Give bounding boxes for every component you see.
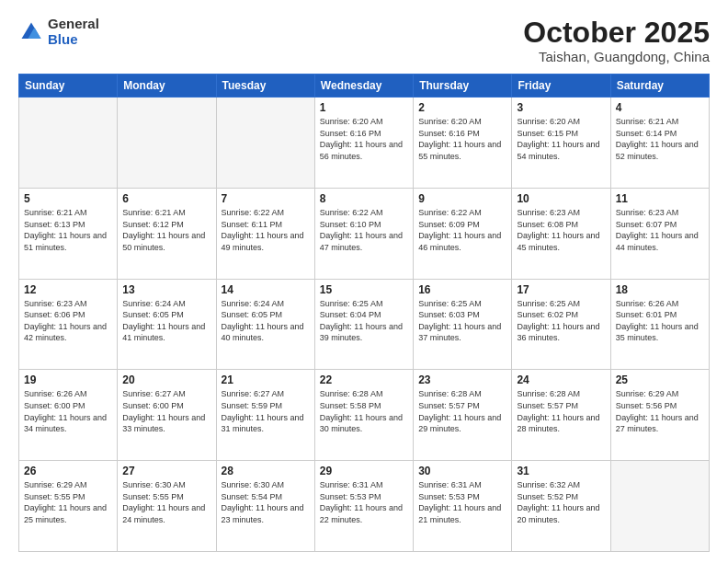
day-info: Sunrise: 6:20 AMSunset: 6:15 PMDaylight:…: [517, 116, 605, 162]
day-info: Sunrise: 6:28 AMSunset: 5:57 PMDaylight:…: [418, 388, 506, 434]
title-block: October 2025 Taishan, Guangdong, China: [523, 17, 710, 64]
day-info: Sunrise: 6:31 AMSunset: 5:53 PMDaylight:…: [418, 479, 506, 525]
day-info: Sunrise: 6:23 AMSunset: 6:06 PMDaylight:…: [24, 298, 112, 344]
day-number: 27: [122, 465, 210, 477]
calendar-cell: 31Sunrise: 6:32 AMSunset: 5:52 PMDayligh…: [512, 461, 610, 552]
calendar-cell: [19, 98, 118, 189]
weekday-header: Friday: [512, 75, 610, 98]
calendar-cell: 28Sunrise: 6:30 AMSunset: 5:54 PMDayligh…: [216, 461, 314, 552]
day-number: 19: [24, 373, 112, 386]
calendar-week-row: 1Sunrise: 6:20 AMSunset: 6:16 PMDaylight…: [19, 98, 710, 189]
calendar-cell: 8Sunrise: 6:22 AMSunset: 6:10 PMDaylight…: [314, 188, 413, 279]
day-info: Sunrise: 6:26 AMSunset: 6:00 PMDaylight:…: [24, 388, 112, 434]
calendar-cell: 23Sunrise: 6:28 AMSunset: 5:57 PMDayligh…: [414, 370, 512, 461]
day-info: Sunrise: 6:27 AMSunset: 6:00 PMDaylight:…: [122, 388, 210, 434]
calendar-week-row: 5Sunrise: 6:21 AMSunset: 6:13 PMDaylight…: [19, 188, 710, 279]
calendar-cell: 13Sunrise: 6:24 AMSunset: 6:05 PMDayligh…: [118, 279, 216, 370]
calendar-cell: 24Sunrise: 6:28 AMSunset: 5:57 PMDayligh…: [512, 370, 610, 461]
calendar-cell: 25Sunrise: 6:29 AMSunset: 5:56 PMDayligh…: [610, 370, 709, 461]
day-info: Sunrise: 6:21 AMSunset: 6:13 PMDaylight:…: [24, 207, 112, 253]
day-info: Sunrise: 6:31 AMSunset: 5:53 PMDaylight:…: [320, 479, 408, 525]
weekday-header: Tuesday: [216, 75, 314, 98]
page: General Blue October 2025 Taishan, Guang…: [0, 0, 728, 563]
day-number: 11: [616, 192, 704, 205]
logo: General Blue: [18, 17, 99, 47]
day-info: Sunrise: 6:22 AMSunset: 6:10 PMDaylight:…: [320, 207, 408, 253]
calendar-cell: 19Sunrise: 6:26 AMSunset: 6:00 PMDayligh…: [19, 370, 118, 461]
calendar-cell: 7Sunrise: 6:22 AMSunset: 6:11 PMDaylight…: [216, 188, 314, 279]
day-number: 13: [122, 283, 210, 296]
day-info: Sunrise: 6:28 AMSunset: 5:58 PMDaylight:…: [320, 388, 408, 434]
calendar-cell: 20Sunrise: 6:27 AMSunset: 6:00 PMDayligh…: [118, 370, 216, 461]
day-info: Sunrise: 6:28 AMSunset: 5:57 PMDaylight:…: [517, 388, 605, 434]
calendar-cell: 10Sunrise: 6:23 AMSunset: 6:08 PMDayligh…: [512, 188, 610, 279]
weekday-header: Sunday: [19, 75, 118, 98]
calendar-cell: 27Sunrise: 6:30 AMSunset: 5:55 PMDayligh…: [118, 461, 216, 552]
calendar-cell: 11Sunrise: 6:23 AMSunset: 6:07 PMDayligh…: [610, 188, 709, 279]
weekday-header: Wednesday: [314, 75, 413, 98]
logo-text: General Blue: [48, 17, 99, 47]
day-info: Sunrise: 6:23 AMSunset: 6:07 PMDaylight:…: [616, 207, 704, 253]
day-number: 25: [616, 373, 704, 386]
day-info: Sunrise: 6:23 AMSunset: 6:08 PMDaylight:…: [517, 207, 605, 253]
day-number: 17: [517, 283, 605, 296]
day-number: 31: [517, 465, 605, 477]
day-number: 6: [122, 192, 210, 205]
calendar-cell: 22Sunrise: 6:28 AMSunset: 5:58 PMDayligh…: [314, 370, 413, 461]
calendar-cell: 30Sunrise: 6:31 AMSunset: 5:53 PMDayligh…: [414, 461, 512, 552]
day-number: 15: [320, 283, 408, 296]
day-number: 24: [517, 373, 605, 386]
calendar-cell: 2Sunrise: 6:20 AMSunset: 6:16 PMDaylight…: [414, 98, 512, 189]
calendar-cell: 12Sunrise: 6:23 AMSunset: 6:06 PMDayligh…: [19, 279, 118, 370]
calendar-cell: 18Sunrise: 6:26 AMSunset: 6:01 PMDayligh…: [610, 279, 709, 370]
day-number: 29: [320, 465, 408, 477]
calendar-cell: 4Sunrise: 6:21 AMSunset: 6:14 PMDaylight…: [610, 98, 709, 189]
day-info: Sunrise: 6:25 AMSunset: 6:03 PMDaylight:…: [418, 298, 506, 344]
calendar-table: SundayMondayTuesdayWednesdayThursdayFrid…: [18, 74, 710, 552]
day-info: Sunrise: 6:25 AMSunset: 6:04 PMDaylight:…: [320, 298, 408, 344]
day-number: 5: [24, 192, 112, 205]
calendar-cell: 6Sunrise: 6:21 AMSunset: 6:12 PMDaylight…: [118, 188, 216, 279]
calendar-cell: 29Sunrise: 6:31 AMSunset: 5:53 PMDayligh…: [314, 461, 413, 552]
day-number: 16: [418, 283, 506, 296]
calendar-cell: [610, 461, 709, 552]
logo-general: General: [48, 17, 99, 32]
day-number: 9: [418, 192, 506, 205]
day-info: Sunrise: 6:30 AMSunset: 5:54 PMDaylight:…: [222, 479, 310, 525]
logo-icon: [18, 19, 44, 45]
day-info: Sunrise: 6:29 AMSunset: 5:56 PMDaylight:…: [616, 388, 704, 434]
calendar-cell: [118, 98, 216, 189]
day-number: 22: [320, 373, 408, 386]
day-info: Sunrise: 6:30 AMSunset: 5:55 PMDaylight:…: [122, 479, 210, 525]
calendar-cell: 21Sunrise: 6:27 AMSunset: 5:59 PMDayligh…: [216, 370, 314, 461]
day-number: 26: [24, 465, 112, 477]
calendar-cell: 17Sunrise: 6:25 AMSunset: 6:02 PMDayligh…: [512, 279, 610, 370]
day-number: 7: [222, 192, 310, 205]
calendar-cell: 15Sunrise: 6:25 AMSunset: 6:04 PMDayligh…: [314, 279, 413, 370]
day-number: 14: [222, 283, 310, 296]
header: General Blue October 2025 Taishan, Guang…: [18, 17, 710, 64]
day-info: Sunrise: 6:29 AMSunset: 5:55 PMDaylight:…: [24, 479, 112, 525]
day-info: Sunrise: 6:22 AMSunset: 6:11 PMDaylight:…: [222, 207, 310, 253]
day-number: 8: [320, 192, 408, 205]
weekday-header-row: SundayMondayTuesdayWednesdayThursdayFrid…: [19, 75, 710, 98]
day-number: 30: [418, 465, 506, 477]
calendar-cell: [216, 98, 314, 189]
day-info: Sunrise: 6:21 AMSunset: 6:14 PMDaylight:…: [616, 116, 704, 162]
day-number: 23: [418, 373, 506, 386]
day-info: Sunrise: 6:32 AMSunset: 5:52 PMDaylight:…: [517, 479, 605, 525]
day-number: 1: [320, 101, 408, 114]
logo-blue: Blue: [48, 32, 99, 48]
day-number: 12: [24, 283, 112, 296]
calendar-cell: 26Sunrise: 6:29 AMSunset: 5:55 PMDayligh…: [19, 461, 118, 552]
calendar-week-row: 26Sunrise: 6:29 AMSunset: 5:55 PMDayligh…: [19, 461, 710, 552]
day-info: Sunrise: 6:21 AMSunset: 6:12 PMDaylight:…: [122, 207, 210, 253]
day-number: 20: [122, 373, 210, 386]
day-number: 4: [616, 101, 704, 114]
calendar-cell: 3Sunrise: 6:20 AMSunset: 6:15 PMDaylight…: [512, 98, 610, 189]
month-title: October 2025: [523, 17, 710, 49]
day-info: Sunrise: 6:22 AMSunset: 6:09 PMDaylight:…: [418, 207, 506, 253]
weekday-header: Monday: [118, 75, 216, 98]
location: Taishan, Guangdong, China: [523, 49, 710, 64]
calendar-cell: 5Sunrise: 6:21 AMSunset: 6:13 PMDaylight…: [19, 188, 118, 279]
